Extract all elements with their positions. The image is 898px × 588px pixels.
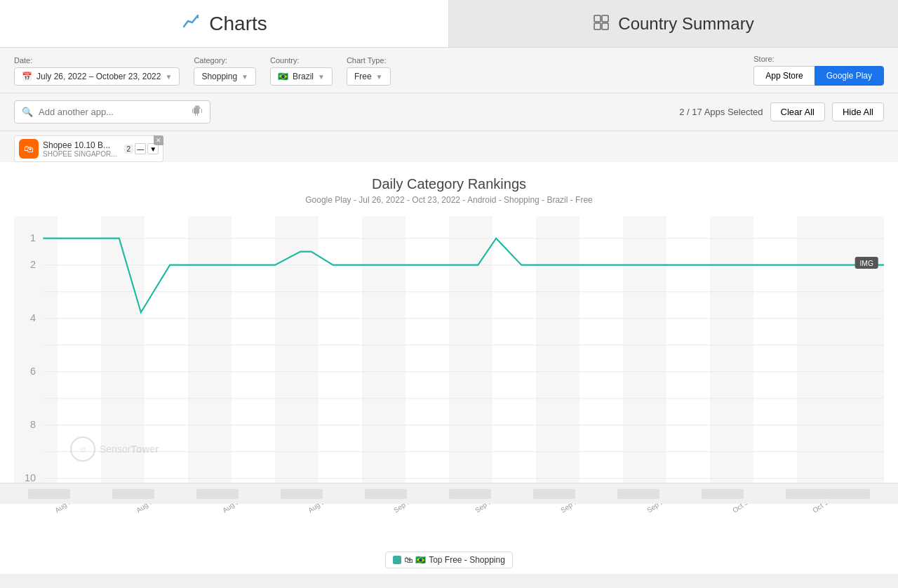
svg-rect-4 (14, 216, 58, 483)
country-value: Brazil (293, 72, 314, 81)
google-play-button[interactable]: Google Play (815, 66, 884, 86)
svg-text:4: 4 (30, 312, 36, 323)
scrollbar-area[interactable] (0, 483, 898, 504)
search-icon: 🔍 (22, 107, 33, 117)
svg-text:8: 8 (30, 419, 36, 430)
chart-type-value: Free (354, 72, 372, 81)
hide-all-button[interactable]: Hide All (832, 102, 884, 121)
controls-bar: Date: 📅 July 26, 2022 – October 23, 2022… (0, 48, 898, 93)
clear-all-button[interactable]: Clear All (770, 102, 825, 121)
tag-number: 2 (124, 145, 134, 154)
svg-rect-12 (710, 216, 753, 483)
app-info: Shopee 10.10 B... SHOPEE SINGAPOR... (43, 140, 117, 158)
svg-rect-1 (602, 15, 608, 22)
chart-type-control: Chart Type: Free ▼ (347, 56, 391, 86)
header: Charts Country Summary (0, 0, 898, 48)
charts-section: Charts (0, 0, 449, 47)
svg-rect-6 (188, 216, 232, 483)
search-input-wrap: 🔍 (14, 100, 210, 123)
date-control: Date: 📅 July 26, 2022 – October 23, 2022… (14, 56, 180, 86)
svg-rect-3 (602, 23, 608, 29)
x-label: Aug 22, '22 (221, 504, 272, 539)
svg-rect-42 (786, 489, 828, 499)
summary-section: Country Summary (449, 0, 898, 47)
st-text: SensorTower (100, 443, 159, 455)
date-select[interactable]: 📅 July 26, 2022 – October 23, 2022 ▼ (14, 67, 180, 86)
svg-rect-10 (536, 216, 579, 483)
category-value: Shopping (201, 72, 237, 81)
svg-text:1: 1 (30, 232, 36, 243)
svg-rect-33 (28, 489, 70, 499)
app-selection-info: 2 / 17 Apps Selected Clear All Hide All (679, 102, 884, 121)
android-icon (192, 105, 203, 119)
x-label: Sep 12, '22 (474, 504, 524, 539)
svg-rect-43 (828, 489, 870, 499)
svg-rect-0 (594, 15, 601, 22)
date-label: Date: (14, 56, 180, 65)
country-flag: 🇧🇷 (278, 72, 288, 81)
chevron-down-icon: ▼ (318, 73, 325, 81)
chart-type-select[interactable]: Free ▼ (347, 67, 391, 86)
shopee-icon: 🛍 (19, 139, 39, 159)
svg-rect-39 (533, 489, 575, 499)
x-label: Sep 19, '22 (559, 504, 610, 539)
svg-text:10: 10 (25, 472, 36, 483)
category-select[interactable]: Shopping ▼ (194, 67, 256, 86)
chart-container: 1 2 4 6 8 10 IMG ⊙ SensorTower (14, 216, 884, 483)
svg-rect-13 (797, 216, 840, 483)
store-buttons: App Store Google Play (753, 66, 884, 86)
app-publisher: SHOPEE SINGAPOR... (43, 150, 117, 158)
svg-rect-14 (840, 216, 884, 483)
sensortower-watermark: ⊙ SensorTower (70, 436, 159, 462)
app-name: Shopee 10.10 B... (43, 140, 117, 150)
tag-expand-button[interactable]: — (135, 143, 146, 154)
svg-rect-36 (281, 489, 323, 499)
x-label: Sep 5, '22 (392, 504, 440, 539)
chart-subtitle: Google Play - Jul 26, 2022 - Oct 23, 202… (0, 195, 898, 205)
svg-rect-37 (365, 489, 407, 499)
legend-flag: 🇧🇷 (415, 555, 426, 565)
svg-rect-35 (196, 489, 239, 499)
x-label: Oct 10, '22 (811, 504, 860, 539)
x-label: Sep 26, '22 (645, 504, 696, 539)
svg-rect-2 (594, 23, 601, 29)
x-label: Oct 3, '22 (731, 504, 777, 539)
calendar-icon: 📅 (22, 72, 32, 81)
grid-icon (593, 14, 610, 33)
app-tag-controls: 2 — ▼ (124, 143, 159, 154)
category-label: Category: (194, 56, 256, 65)
country-select[interactable]: 🇧🇷 Brazil ▼ (270, 67, 333, 86)
svg-text:IMG: IMG (859, 260, 873, 267)
x-label: Aug 8, '22 (53, 504, 101, 539)
svg-rect-9 (449, 216, 492, 483)
country-label: Country: (270, 56, 333, 65)
app-store-button[interactable]: App Store (753, 66, 814, 86)
chevron-down-icon: ▼ (165, 73, 172, 81)
svg-rect-7 (275, 216, 319, 483)
date-value: July 26, 2022 – October 23, 2022 (36, 72, 161, 81)
category-control: Category: Shopping ▼ (194, 56, 256, 86)
st-logo: ⊙ (70, 436, 95, 462)
svg-rect-41 (702, 489, 744, 499)
svg-rect-40 (617, 489, 659, 499)
store-label: Store: (753, 55, 884, 63)
app-tag: ✕ 🛍 Shopee 10.10 B... SHOPEE SINGAPOR...… (14, 135, 163, 162)
chart-area: Daily Category Rankings Google Play - Ju… (0, 162, 898, 574)
x-label: Aug 15, '22 (135, 504, 185, 539)
chart-type-label: Chart Type: (347, 56, 391, 65)
legend-color-dot (393, 556, 401, 564)
svg-text:2: 2 (30, 259, 36, 270)
svg-rect-8 (362, 216, 406, 483)
svg-rect-11 (623, 216, 666, 483)
store-control: Store: App Store Google Play (753, 55, 884, 86)
svg-text:6: 6 (30, 366, 36, 377)
svg-rect-34 (112, 489, 154, 499)
charts-icon (181, 11, 202, 36)
legend-bar: 🛍 🇧🇷 Top Free - Shopping (0, 546, 898, 574)
country-control: Country: 🇧🇷 Brazil ▼ (270, 56, 333, 86)
search-input[interactable] (39, 107, 186, 117)
close-button[interactable]: ✕ (154, 135, 163, 145)
search-bar: 🔍 2 / 17 Apps Selected Clear All Hide Al… (0, 93, 898, 131)
chevron-down-icon: ▼ (241, 73, 248, 81)
app-tags: ✕ 🛍 Shopee 10.10 B... SHOPEE SINGAPOR...… (0, 131, 898, 162)
